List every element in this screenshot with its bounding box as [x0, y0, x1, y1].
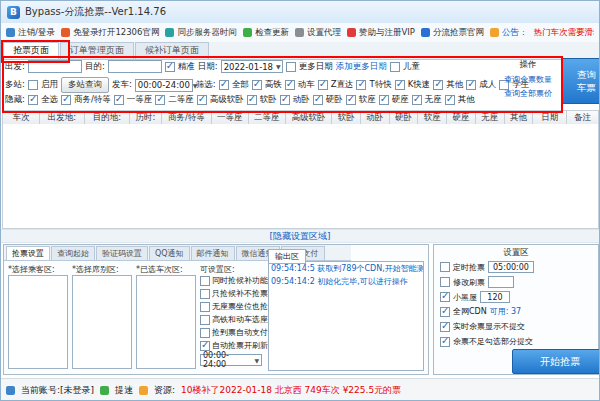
hide-hard-sleeper-checkbox[interactable]	[313, 95, 323, 105]
date-select[interactable]: 2022-01-18 ▼	[221, 60, 283, 73]
filter-k-checkbox[interactable]	[395, 80, 405, 90]
partial-submit-checkbox[interactable]	[440, 337, 450, 347]
toolbar-item-open-12306[interactable]: 免登录打开12306官网	[61, 27, 160, 39]
col-hard-sleeper[interactable]: 硬卧	[389, 110, 419, 125]
tab-query-start[interactable]: 查询起始	[51, 246, 95, 260]
tab-waitlist-order-page[interactable]: 候补订单页面	[135, 42, 209, 59]
col-moving-sleeper[interactable]: 动卧	[360, 110, 390, 125]
from-input[interactable]	[28, 60, 82, 73]
hide-second-checkbox[interactable]	[155, 95, 165, 105]
toolbar-item-official-site[interactable]: 分流抢票官网	[421, 27, 484, 39]
filter-t-checkbox[interactable]	[356, 80, 366, 90]
col-duration[interactable]: 历时:	[129, 110, 162, 125]
query-all-prices-link[interactable]: 查询全部票价	[499, 88, 557, 99]
precise-checkbox[interactable]	[165, 62, 175, 72]
cdn-checkbox[interactable]	[440, 307, 450, 317]
child-label: 儿童	[403, 61, 420, 73]
col-soft-seat[interactable]: 软座	[417, 110, 447, 125]
hide-no-seat-checkbox[interactable]	[412, 95, 422, 105]
filter-t-label: T特快	[369, 79, 391, 91]
timed-grab-label: 定时抢票	[453, 262, 485, 273]
enable-multi-checkbox[interactable]	[28, 80, 38, 90]
col-date[interactable]: 日期	[532, 110, 567, 125]
add-more-dates-link[interactable]: 添加更多日期	[336, 61, 387, 73]
option-waitlist-also-checkbox[interactable]	[200, 276, 210, 286]
col-to[interactable]: 目的地:	[84, 110, 130, 125]
depart-time-select[interactable]: 00:00-24:00 ▼	[135, 79, 193, 92]
filter-gaotie-checkbox[interactable]	[252, 80, 262, 90]
hide-hard-seat-checkbox[interactable]	[379, 95, 389, 105]
main-toolbar: 注销/登录 免登录打开12306官网 同步服务器时间 检查更新 设置代理 赞助与…	[1, 23, 599, 43]
more-dates-checkbox[interactable]	[286, 62, 296, 72]
col-no-seat[interactable]: 无座	[475, 110, 505, 125]
output-area-tab[interactable]: 输出区	[268, 249, 306, 264]
start-grab-button[interactable]: 开始抢票	[512, 349, 600, 374]
toolbar-item-sync-time[interactable]: 同步服务器时间	[165, 27, 237, 39]
passenger-listbox[interactable]	[8, 275, 68, 369]
col-business[interactable]: 商务/特等	[161, 110, 212, 125]
col-premium-soft[interactable]: 高级软卧	[285, 110, 333, 125]
modify-refresh-checkbox[interactable]	[440, 277, 450, 287]
multi-station-query-button[interactable]: 多站查询	[61, 77, 109, 93]
blackroom-input[interactable]: 120	[480, 291, 510, 303]
filter-z-checkbox[interactable]	[318, 80, 328, 90]
hide-label: 隐藏:	[5, 94, 25, 106]
col-other[interactable]: 其他	[504, 110, 534, 125]
hide-premium-soft-checkbox[interactable]	[197, 95, 207, 105]
tab-qq-notify[interactable]: QQ通知	[149, 246, 190, 260]
option-waitlist-only-checkbox[interactable]	[200, 289, 210, 299]
timed-grab-checkbox[interactable]	[440, 262, 450, 272]
timed-grab-time-input[interactable]: 05:00:00	[488, 261, 534, 273]
tab-email-notify[interactable]: 邮件通知	[191, 246, 235, 260]
query-remaining-tickets-link[interactable]: 查询余票数量	[499, 74, 557, 85]
col-train-no[interactable]: 车次	[2, 110, 40, 125]
hide-other-checkbox[interactable]	[445, 95, 455, 105]
hide-first-checkbox[interactable]	[114, 95, 124, 105]
toolbar-label: 同步服务器时间	[177, 27, 237, 39]
hide-moving-sleeper-checkbox[interactable]	[280, 95, 290, 105]
col-from[interactable]: 出发地:	[39, 110, 85, 125]
hide-item-label: 商务/特等	[74, 94, 111, 106]
grab-time-range-select[interactable]: 00:00-24:00 ▼	[200, 354, 262, 366]
filter-all-checkbox[interactable]	[219, 80, 229, 90]
filter-other-checkbox[interactable]	[433, 80, 443, 90]
adult-checkbox[interactable]	[466, 80, 476, 90]
col-first-class[interactable]: 一等座	[211, 110, 249, 125]
col-soft-sleeper[interactable]: 软卧	[331, 110, 361, 125]
option-auto-pay-checkbox[interactable]	[200, 328, 210, 338]
hide-all-checkbox[interactable]	[28, 95, 38, 105]
option-no-seat-also-checkbox[interactable]	[200, 302, 210, 312]
tab-grab-settings[interactable]: 抢票设置	[6, 246, 50, 260]
filter-dongche-checkbox[interactable]	[285, 80, 295, 90]
col-hard-seat[interactable]: 硬座	[446, 110, 476, 125]
realtime-no-submit-label: 实时余票显示不提交	[453, 321, 525, 332]
toolbar-item-proxy[interactable]: 设置代理	[295, 27, 341, 39]
hide-item-label: 一等座	[127, 94, 153, 106]
to-input[interactable]	[108, 60, 162, 73]
seat-listbox[interactable]	[72, 275, 132, 369]
realtime-no-submit-checkbox[interactable]	[440, 322, 450, 332]
option-label: 同时抢候补功能	[212, 275, 268, 286]
hide-business-checkbox[interactable]	[61, 95, 71, 105]
query-tickets-button[interactable]: 查询 车票	[561, 58, 600, 104]
modify-refresh-input[interactable]	[488, 276, 514, 288]
toolbar-item-check-update[interactable]: 检查更新	[243, 27, 289, 39]
tab-grab-page[interactable]: 抢票页面	[3, 42, 59, 59]
toolbar-item-login[interactable]: 注销/登录	[6, 27, 55, 39]
col-second-class[interactable]: 二等座	[248, 110, 286, 125]
speed-label[interactable]: 提速	[115, 384, 133, 397]
option-auto-refresh-checkbox[interactable]	[200, 341, 210, 351]
col-remark[interactable]: 备注	[566, 110, 599, 125]
child-checkbox[interactable]	[390, 62, 400, 72]
hide-soft-sleeper-checkbox[interactable]	[247, 95, 257, 105]
hide-soft-seat-checkbox[interactable]	[346, 95, 356, 105]
depart-time-label: 发车:	[112, 79, 132, 91]
toolbar-item-vip[interactable]: 赞助与注册VIP	[347, 27, 415, 39]
blackroom-checkbox[interactable]	[440, 292, 450, 302]
train-listbox[interactable]	[136, 275, 196, 369]
status-marquee: 10楼补了2022-01-18 北京西 749车次 ¥225.5元的票	[181, 384, 594, 397]
tab-order-management-page[interactable]: 订单管理页面	[60, 42, 134, 59]
option-seat-selection-checkbox[interactable]	[200, 315, 210, 325]
hide-settings-area-link[interactable]: [隐藏设置区域]	[269, 230, 330, 243]
tab-captcha-settings[interactable]: 验证码设置	[96, 246, 148, 260]
